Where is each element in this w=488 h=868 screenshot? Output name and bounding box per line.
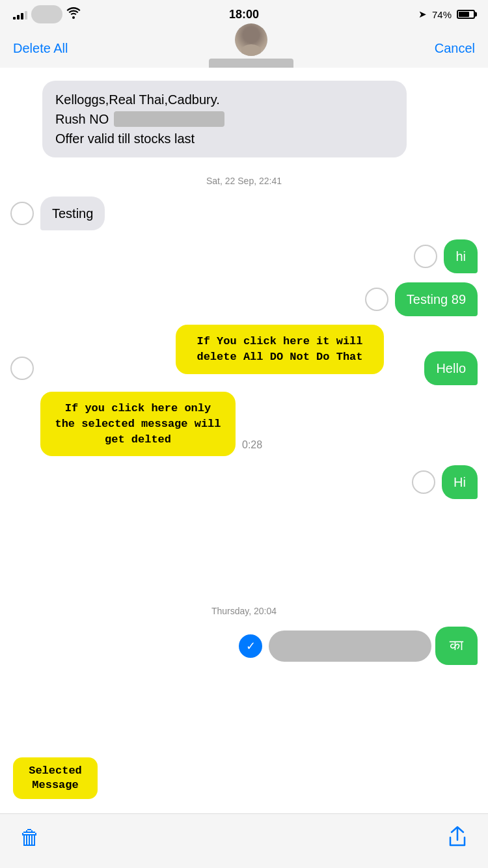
tooltip-delete-all-text: If You click here it will delete All DO … xyxy=(197,335,362,363)
avatar-face xyxy=(235,23,267,56)
share-button[interactable] xyxy=(446,826,468,850)
message-row-testing: Testing xyxy=(0,194,488,233)
bubble-testing[interactable]: Testing xyxy=(40,197,105,230)
bubble-testing-text: Testing xyxy=(52,206,93,221)
message-row-Hi: Hi xyxy=(0,463,488,502)
selected-message-label: Selected Message xyxy=(13,757,98,799)
checkbox-Hi[interactable] xyxy=(412,470,435,494)
checkbox-testing[interactable] xyxy=(10,202,34,225)
checkbox-testing89[interactable] xyxy=(365,288,388,311)
bubble-last[interactable]: का xyxy=(435,627,478,665)
status-right: ➤ 74% xyxy=(418,8,475,20)
bubble-Hi[interactable]: Hi xyxy=(442,465,478,499)
date-separator-1: Sat, 22 Sep, 22:41 xyxy=(0,176,488,186)
delete-all-button[interactable]: Delete All xyxy=(13,41,68,56)
bubble-testing89-text: Testing 89 xyxy=(407,292,466,306)
bottom-toolbar: 🗑 xyxy=(0,813,488,868)
trash-button[interactable]: 🗑 xyxy=(20,826,40,850)
wifi-icon xyxy=(66,7,81,21)
location-arrow-icon: ➤ xyxy=(418,8,427,20)
phone-wrapper: 18:00 ➤ 74% Delete All Cancel Kelloggs,R… xyxy=(0,0,488,868)
tooltip-selected-text: If you click here only the selected mess… xyxy=(55,402,221,446)
bubble-hello-text: Hello xyxy=(436,361,466,375)
bubble-hello[interactable]: Hello xyxy=(424,351,478,385)
checkbox-last-checked[interactable]: ✓ xyxy=(239,634,262,658)
signal-bar-4 xyxy=(25,11,27,20)
signal-bar-2 xyxy=(17,15,20,20)
msg4-timestamp: 0:28 xyxy=(242,439,262,451)
first-message-line3: Offer valid till stocks last xyxy=(55,129,394,148)
share-icon xyxy=(446,826,468,848)
message-row-testing89: Testing 89 xyxy=(0,280,488,319)
battery-percent: 74% xyxy=(432,9,452,20)
status-time: 18:00 xyxy=(229,8,259,21)
first-message-bubble: Kelloggs,Real Thai,Cadbury. Rush NO Offe… xyxy=(42,81,407,157)
bubble-hi-text: hi xyxy=(455,249,466,264)
blur-bar-last xyxy=(269,631,431,662)
avatar xyxy=(235,23,267,56)
tooltip-selected: If you click here only the selected mess… xyxy=(40,392,236,456)
last-bubble-group: का xyxy=(269,627,478,665)
bubble-testing89[interactable]: Testing 89 xyxy=(395,282,478,316)
first-message-row: Kelloggs,Real Thai,Cadbury. Rush NO Offe… xyxy=(0,74,488,164)
trash-icon: 🗑 xyxy=(20,826,40,849)
checkbox-hello-row[interactable] xyxy=(10,357,34,380)
cancel-button[interactable]: Cancel xyxy=(435,41,475,56)
first-message-line2: Rush NO xyxy=(55,109,394,129)
message-row-hi: hi xyxy=(0,237,488,276)
bubble-Hi-text: Hi xyxy=(454,475,466,489)
signal-bar-3 xyxy=(21,13,23,20)
tooltip-selected-row: If you click here only the selected mess… xyxy=(10,392,478,456)
status-left xyxy=(13,5,81,23)
first-message-line1: Kelloggs,Real Thai,Cadbury. xyxy=(55,90,394,109)
battery-fill xyxy=(459,12,469,17)
blur-bar-1 xyxy=(114,111,224,127)
battery-icon xyxy=(457,10,475,19)
message-row-last: ✓ का xyxy=(0,624,488,668)
selected-message-text: Selected Message xyxy=(29,765,82,791)
messages-area: Kelloggs,Real Thai,Cadbury. Rush NO Offe… xyxy=(0,68,488,803)
bubble-hi[interactable]: hi xyxy=(444,239,478,273)
nav-center xyxy=(209,23,293,73)
checkbox-hi[interactable] xyxy=(414,245,437,268)
tooltip-delete-all: If You click here it will delete All DO … xyxy=(176,325,384,374)
carrier-blur xyxy=(31,5,62,23)
signal-bar-1 xyxy=(13,17,16,20)
nav-bar: Delete All Cancel xyxy=(0,29,488,68)
bubble-last-text: का xyxy=(450,637,463,653)
date-separator-3: Thursday, 20:04 xyxy=(0,606,488,616)
signal-bars xyxy=(13,9,27,20)
